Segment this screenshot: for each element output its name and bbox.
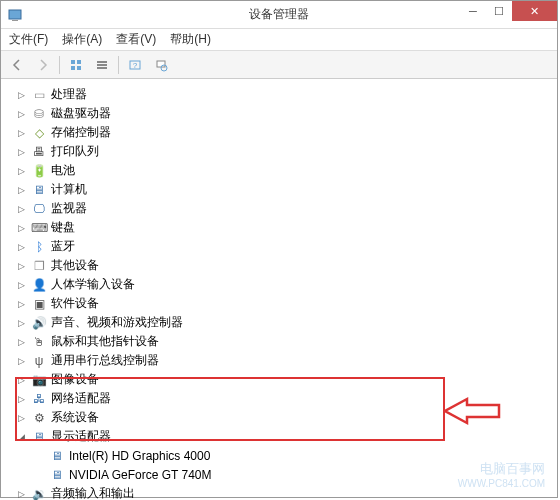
tree-node[interactable]: ▷▭处理器	[15, 85, 557, 104]
device-tree[interactable]: ▷▭处理器▷⛁磁盘驱动器▷◇存储控制器▷🖶打印队列▷🔋电池▷🖥计算机▷🖵监视器▷…	[1, 79, 557, 500]
svg-rect-5	[77, 66, 81, 70]
tree-node[interactable]: ▷◇存储控制器	[15, 123, 557, 142]
view-button[interactable]	[90, 54, 114, 76]
node-label: 监视器	[51, 200, 87, 217]
tree-node[interactable]: ▷📷图像设备	[15, 370, 557, 389]
expand-icon[interactable]: ▷	[15, 203, 27, 215]
hid-icon: 👤	[31, 278, 47, 292]
printer-icon: 🖶	[31, 145, 47, 159]
expand-icon[interactable]: ▷	[15, 279, 27, 291]
display-icon: 🖥	[31, 430, 47, 444]
expand-icon[interactable]: ▷	[15, 260, 27, 272]
expand-icon[interactable]: ▷	[15, 127, 27, 139]
node-label: 电池	[51, 162, 75, 179]
tree-node[interactable]: ▷⚙系统设备	[15, 408, 557, 427]
expand-icon[interactable]	[33, 469, 45, 481]
tree-node[interactable]: ▷⛁磁盘驱动器	[15, 104, 557, 123]
expand-icon[interactable]: ▷	[15, 146, 27, 158]
device-manager-window: 设备管理器 ─ ☐ ✕ 文件(F) 操作(A) 查看(V) 帮助(H) ? ▷▭…	[0, 0, 558, 498]
expand-icon[interactable]: ▷	[15, 317, 27, 329]
expand-icon[interactable]: ▷	[15, 412, 27, 424]
node-label: 人体学输入设备	[51, 276, 135, 293]
node-label: 图像设备	[51, 371, 99, 388]
expand-icon[interactable]: ▷	[15, 89, 27, 101]
tree-node[interactable]: ▷▣软件设备	[15, 294, 557, 313]
node-label: Intel(R) HD Graphics 4000	[69, 449, 210, 463]
keyboard-icon: ⌨	[31, 221, 47, 235]
svg-rect-0	[9, 10, 21, 19]
collapse-icon[interactable]: ◢	[15, 431, 27, 443]
tree-node[interactable]: ◢🖥显示适配器	[15, 427, 557, 446]
tree-node[interactable]: ▷❐其他设备	[15, 256, 557, 275]
menu-action[interactable]: 操作(A)	[62, 31, 102, 48]
other-icon: ❐	[31, 259, 47, 273]
tree-node[interactable]: ▷🔋电池	[15, 161, 557, 180]
expand-icon[interactable]: ▷	[15, 222, 27, 234]
expand-icon[interactable]: ▷	[15, 488, 27, 500]
tree-node[interactable]: ▷ψ通用串行总线控制器	[15, 351, 557, 370]
svg-rect-3	[77, 60, 81, 64]
expand-icon[interactable]: ▷	[15, 374, 27, 386]
node-label: 软件设备	[51, 295, 99, 312]
watermark-text2: WWW.PC841.COM	[458, 478, 545, 489]
app-icon	[7, 7, 23, 23]
node-label: 键盘	[51, 219, 75, 236]
menu-view[interactable]: 查看(V)	[116, 31, 156, 48]
maximize-button[interactable]: ☐	[486, 1, 512, 21]
node-label: 显示适配器	[51, 428, 111, 445]
expand-icon[interactable]: ▷	[15, 241, 27, 253]
forward-button[interactable]	[31, 54, 55, 76]
close-button[interactable]: ✕	[512, 1, 557, 21]
menu-file[interactable]: 文件(F)	[9, 31, 48, 48]
tree-node[interactable]: ▷🖵监视器	[15, 199, 557, 218]
expand-icon[interactable]: ▷	[15, 184, 27, 196]
expand-icon[interactable]: ▷	[15, 393, 27, 405]
tree-node[interactable]: ▷🖧网络适配器	[15, 389, 557, 408]
menu-help[interactable]: 帮助(H)	[170, 31, 211, 48]
expand-icon[interactable]: ▷	[15, 336, 27, 348]
tree-node[interactable]: ▷ᛒ蓝牙	[15, 237, 557, 256]
tree-node[interactable]: ▷🖥计算机	[15, 180, 557, 199]
node-label: 音频输入和输出	[51, 485, 135, 500]
help-button[interactable]: ?	[123, 54, 147, 76]
node-label: 其他设备	[51, 257, 99, 274]
expand-icon[interactable]: ▷	[15, 108, 27, 120]
network-icon: 🖧	[31, 392, 47, 406]
tree-node[interactable]: ▷🔊声音、视频和游戏控制器	[15, 313, 557, 332]
back-button[interactable]	[5, 54, 29, 76]
node-label: 磁盘驱动器	[51, 105, 111, 122]
tree-node[interactable]: ▷🖱鼠标和其他指针设备	[15, 332, 557, 351]
expand-icon[interactable]: ▷	[15, 355, 27, 367]
window-controls: ─ ☐ ✕	[460, 1, 557, 21]
mouse-icon: 🖱	[31, 335, 47, 349]
properties-button[interactable]	[64, 54, 88, 76]
node-label: 打印队列	[51, 143, 99, 160]
node-label: 系统设备	[51, 409, 99, 426]
minimize-button[interactable]: ─	[460, 1, 486, 21]
software-icon: ▣	[31, 297, 47, 311]
image-icon: 📷	[31, 373, 47, 387]
tree-node[interactable]: ▷⌨键盘	[15, 218, 557, 237]
expand-icon[interactable]: ▷	[15, 298, 27, 310]
node-label: 鼠标和其他指针设备	[51, 333, 159, 350]
expand-icon[interactable]	[33, 450, 45, 462]
watermark: 电脑百事网 WWW.PC841.COM	[458, 460, 545, 489]
node-label: 计算机	[51, 181, 87, 198]
menubar: 文件(F) 操作(A) 查看(V) 帮助(H)	[1, 29, 557, 51]
svg-rect-1	[12, 20, 18, 21]
tree-node[interactable]: ▷🖶打印队列	[15, 142, 557, 161]
svg-rect-4	[71, 66, 75, 70]
scan-button[interactable]	[149, 54, 173, 76]
expand-icon[interactable]: ▷	[15, 165, 27, 177]
node-label: NVIDIA GeForce GT 740M	[69, 468, 212, 482]
audioio-icon: 🔉	[31, 487, 47, 501]
bluetooth-icon: ᛒ	[31, 240, 47, 254]
gpu-icon: 🖥	[49, 449, 65, 463]
watermark-text1: 电脑百事网	[458, 460, 545, 478]
usb-icon: ψ	[31, 354, 47, 368]
battery-icon: 🔋	[31, 164, 47, 178]
node-label: 蓝牙	[51, 238, 75, 255]
tree-node[interactable]: ▷👤人体学输入设备	[15, 275, 557, 294]
audio-icon: 🔊	[31, 316, 47, 330]
node-label: 通用串行总线控制器	[51, 352, 159, 369]
